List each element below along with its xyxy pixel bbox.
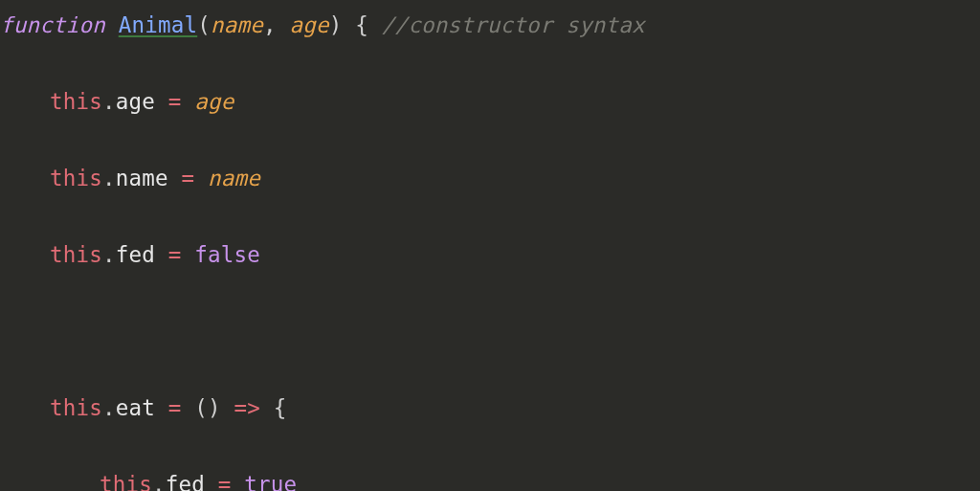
code-line-blank <box>0 312 980 350</box>
prop-age: age <box>116 89 155 114</box>
op-assign: = <box>168 89 182 114</box>
code-line: this.fed = true <box>0 465 980 491</box>
brace-open: { <box>274 395 287 420</box>
empty-parens: () <box>194 395 221 420</box>
code-line: this.eat = () => { <box>0 389 980 427</box>
prop-fed: fed <box>116 242 155 267</box>
keyword-this: this <box>50 395 102 420</box>
keyword-this: this <box>50 242 102 267</box>
function-name-animal: Animal <box>119 12 197 37</box>
keyword-this: this <box>50 166 102 190</box>
prop-name: name <box>116 166 168 190</box>
prop-eat: eat <box>116 395 155 420</box>
keyword-function: function <box>0 12 105 37</box>
code-line: this.name = name <box>0 159 980 197</box>
param-age: age <box>289 12 328 37</box>
keyword-this: this <box>50 89 102 114</box>
dot: . <box>152 472 166 491</box>
comment-constructor: //constructor syntax <box>382 12 645 37</box>
dot: . <box>102 395 116 420</box>
brace-open: { <box>355 12 368 37</box>
paren-open: ( <box>197 12 211 37</box>
op-assign: = <box>168 395 182 420</box>
code-editor[interactable]: function Animal(name, age) { //construct… <box>0 0 980 491</box>
op-arrow: => <box>234 395 261 420</box>
op-assign: = <box>182 166 195 190</box>
keyword-false: false <box>194 242 260 267</box>
keyword-this: this <box>100 472 152 491</box>
param-name: name <box>211 12 263 37</box>
keyword-true: true <box>244 472 297 491</box>
code-line: this.age = age <box>0 82 980 121</box>
dot: . <box>102 242 116 267</box>
paren-close: ) <box>329 12 343 37</box>
dot: . <box>102 166 116 190</box>
code-line: function Animal(name, age) { //construct… <box>0 6 980 44</box>
ref-name: name <box>208 166 260 190</box>
comma: , <box>263 12 277 37</box>
op-assign: = <box>218 472 232 491</box>
prop-fed: fed <box>166 472 205 491</box>
ref-age: age <box>194 89 234 114</box>
op-assign: = <box>168 242 182 267</box>
dot: . <box>102 89 116 114</box>
code-line: this.fed = false <box>0 235 980 274</box>
